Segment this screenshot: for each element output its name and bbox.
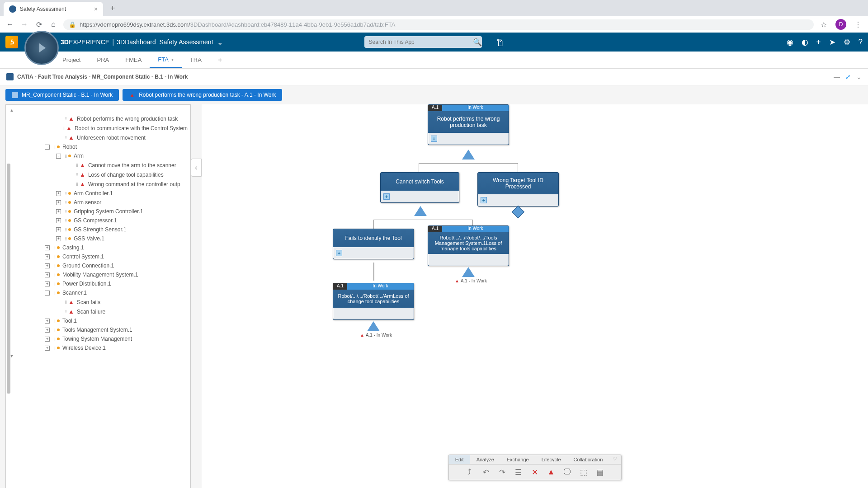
tree-item[interactable]: ⁞⁞Scan fails [6, 297, 190, 307]
expander-icon[interactable]: + [45, 282, 50, 286]
bb-tab-exchange[interactable]: Exchange [500, 455, 535, 464]
tree-item[interactable]: -⁞⁞Arm [6, 151, 190, 160]
collapse-up-icon[interactable]: ▲ [9, 108, 15, 113]
grip-icon[interactable]: ⁞⁞ [65, 116, 66, 121]
list-icon[interactable]: ☰ [514, 467, 524, 477]
expander-icon[interactable]: + [56, 191, 61, 196]
add-icon[interactable]: + [816, 38, 821, 47]
tree-item[interactable]: -⁞⁞Robot [6, 142, 190, 151]
expander-icon[interactable]: + [45, 254, 50, 259]
expander-icon[interactable]: + [56, 236, 61, 241]
expand-node-icon[interactable]: + [481, 197, 487, 203]
grip-icon[interactable]: ⁞⁞ [65, 135, 66, 140]
expander-icon[interactable]: + [45, 263, 50, 268]
tree-item[interactable]: +⁞⁞Towing System Management [6, 334, 190, 343]
dashboard-name[interactable]: 3DDashboard Safety Assessment [117, 38, 213, 46]
grip-icon[interactable]: ⁞⁞ [65, 309, 66, 314]
share-icon[interactable]: ➤ [829, 38, 835, 47]
grip-icon[interactable]: ⁞⁞ [62, 126, 64, 131]
delete-icon[interactable]: ✕ [530, 467, 540, 477]
tree-item[interactable]: ⁞⁞Unforeseen robot movement [6, 133, 190, 142]
ft-arm-loss[interactable]: A.1In Work Robot/.../.../Robot/.../ArmLo… [333, 283, 414, 320]
grip-icon[interactable]: ⁞⁞ [53, 272, 55, 277]
nav-tab-fta[interactable]: FTA▾ [150, 52, 182, 68]
tag-icon[interactable]: 🏷 [495, 38, 504, 46]
grip-icon[interactable]: ⁞⁞ [65, 191, 66, 196]
help-icon[interactable]: ? [859, 38, 863, 47]
or-gate-icon[interactable] [462, 150, 475, 160]
tree-item[interactable]: ⁞⁞Robot performs the wrong production ta… [6, 114, 190, 123]
browser-tab[interactable]: Safety Assessment × [4, 2, 103, 16]
grip-icon[interactable]: ⁞⁞ [65, 218, 66, 223]
tree-item[interactable]: +⁞⁞GS Strength Sensor.1 [6, 225, 190, 234]
triangle-gate-icon[interactable] [462, 267, 475, 277]
ds-logo[interactable]: ᕊ [5, 36, 18, 48]
expander-icon[interactable]: + [45, 346, 50, 351]
tree-item[interactable]: +⁞⁞Casing.1 [6, 243, 190, 252]
grip-icon[interactable]: ⁞⁞ [53, 319, 55, 324]
user-icon[interactable]: ◉ [787, 38, 793, 47]
diamond-gate-icon[interactable] [514, 207, 523, 216]
tree-item[interactable]: +⁞⁞Gripping System Controller.1 [6, 207, 190, 216]
expander-icon[interactable]: + [56, 227, 61, 232]
expander-icon[interactable]: + [56, 218, 61, 223]
context-tab[interactable]: Robot performs the wrong production task… [123, 89, 282, 101]
tree-item[interactable]: +⁞⁞Ground Connection.1 [6, 261, 190, 270]
tree-item[interactable]: +⁞⁞Control System.1 [6, 252, 190, 261]
expand-node-icon[interactable]: + [383, 193, 390, 200]
star-icon[interactable]: ☆ [819, 20, 828, 29]
favorite-icon[interactable]: ♡ [609, 455, 621, 464]
grip-icon[interactable]: ⁞⁞ [65, 200, 66, 205]
export-icon[interactable]: ⤴ [465, 467, 475, 477]
ft-cannot-switch[interactable]: Cannot switch Tools + [380, 172, 459, 203]
ft-tools-mgmt[interactable]: A.1In Work Robot/.../.../Robot/.../Tools… [428, 225, 509, 266]
expand-button[interactable]: ⌄ [856, 73, 862, 80]
grip-icon[interactable]: ⁞⁞ [76, 182, 78, 187]
back-button[interactable]: ← [5, 20, 14, 28]
expander-icon[interactable]: - [56, 154, 61, 159]
tree-item[interactable]: +⁞⁞Arm Controller.1 [6, 189, 190, 198]
grip-icon[interactable]: ⁞⁞ [53, 263, 55, 268]
triangle-gate-icon[interactable] [367, 321, 380, 331]
tree-item[interactable]: +⁞⁞Wireless Device.1 [6, 343, 190, 352]
forward-button[interactable]: → [20, 20, 29, 28]
side-panel-toggle[interactable]: ‹ [191, 159, 202, 177]
expander-icon[interactable]: + [45, 337, 50, 342]
grip-icon[interactable]: ⁞⁞ [65, 209, 66, 214]
grip-icon[interactable]: ⁞⁞ [65, 300, 66, 305]
tree-item[interactable]: ⁞⁞Scan failure [6, 307, 190, 316]
nav-tab-pra[interactable]: PRA [89, 52, 117, 68]
expand-node-icon[interactable]: + [336, 250, 342, 256]
grip-icon[interactable]: ⁞⁞ [53, 282, 55, 286]
collapse-button[interactable]: ⤢ [845, 73, 851, 80]
diagram-canvas[interactable]: A.1In Work Robot performs the wrong prod… [202, 104, 868, 488]
grip-icon[interactable]: ⁞⁞ [76, 163, 78, 168]
expander-icon[interactable]: + [45, 272, 50, 277]
bb-tab-lifecycle[interactable]: Lifecycle [535, 455, 567, 464]
or-gate-icon[interactable] [414, 206, 427, 216]
expander-icon[interactable]: + [45, 328, 50, 333]
expander-icon[interactable]: + [56, 200, 61, 205]
properties-icon[interactable]: ▤ [595, 467, 605, 477]
tree-item[interactable]: +⁞⁞Tool.1 [6, 316, 190, 325]
add-tab-button[interactable]: + [210, 56, 230, 64]
url-input[interactable]: 🔒 https://vdemopro699dsy.extranet.3ds.co… [63, 19, 814, 30]
ft-root[interactable]: A.1In Work Robot performs the wrong prod… [428, 104, 509, 145]
expander-icon[interactable]: + [56, 209, 61, 214]
minimize-button[interactable]: — [834, 73, 840, 80]
nav-tab-project[interactable]: Project [54, 52, 89, 68]
reload-button[interactable]: ⟳ [34, 20, 43, 29]
bb-tab-edit[interactable]: Edit [449, 455, 470, 464]
tree-scrollbar[interactable] [7, 164, 10, 394]
display-icon[interactable]: 🖵 [562, 467, 572, 477]
tree-item[interactable]: ⁞⁞Cannot move the arm to the scanner [6, 160, 190, 170]
context-tab[interactable]: MR_Component Static - B.1 - In Work [5, 89, 119, 101]
tree-item[interactable]: +⁞⁞Arm sensor [6, 198, 190, 207]
grip-icon[interactable]: ⁞⁞ [65, 227, 66, 232]
nav-tab-fmea[interactable]: FMEA [117, 52, 150, 68]
search-input[interactable] [364, 36, 482, 48]
tree-item[interactable]: +⁞⁞GS Compressor.1 [6, 216, 190, 225]
ft-wrong-target[interactable]: Wrong Target Tool ID Processed + [477, 172, 559, 206]
redo-icon[interactable]: ↷ [497, 467, 507, 477]
tree-item[interactable]: +⁞⁞GSS Valve.1 [6, 234, 190, 243]
